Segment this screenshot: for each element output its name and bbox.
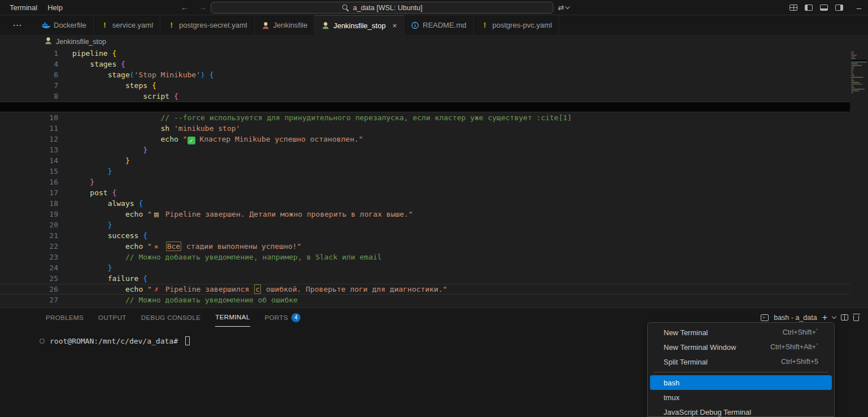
code-seg: {	[174, 92, 178, 100]
menu-item-split-terminal[interactable]: Split TerminalCtrl+Shift+5	[650, 354, 832, 369]
line-number: 1	[0, 48, 58, 59]
panel-tab-ports[interactable]: PORTS4	[265, 308, 300, 327]
panel-tab-output[interactable]: OUTPUT	[98, 308, 127, 327]
code-line-15[interactable]: 15 }	[0, 166, 850, 177]
menu-item-tmux[interactable]: tmux	[650, 390, 832, 405]
code-line-23[interactable]: 23 // Можно добавить уведомление, наприм…	[0, 252, 850, 262]
menu-separator	[653, 372, 828, 372]
code-seg	[72, 167, 108, 175]
terminal-profiles-dropdown-icon[interactable]	[832, 314, 836, 319]
new-terminal-button[interactable]	[822, 313, 827, 323]
code-seg	[72, 199, 108, 208]
command-decoration-icon[interactable]	[40, 339, 45, 344]
code-line-20[interactable]: 20 }	[0, 220, 850, 230]
tab-postgres-pvc-yaml[interactable]: !postgres-pvc.yaml	[474, 15, 559, 35]
minimap-line	[851, 87, 854, 88]
minimap-line	[851, 78, 853, 80]
split-terminal-icon[interactable]	[841, 314, 848, 321]
code-line-21[interactable]: 21 success {	[0, 230, 850, 241]
code-seg: {	[121, 60, 125, 68]
back-icon[interactable]: ←	[181, 3, 189, 12]
breadcrumb[interactable]: Jenkinsfile_stop	[0, 35, 868, 48]
code-line-18[interactable]: 18 always {	[0, 198, 850, 209]
panel-tab-terminal[interactable]: TERMINAL	[215, 308, 250, 327]
code-line-1[interactable]: 1pipeline {	[0, 48, 850, 59]
toggle-panel-icon[interactable]	[820, 5, 828, 11]
code-line-24[interactable]: 24 }	[0, 262, 850, 273]
tab-dockerfile[interactable]: Dockerfile	[35, 15, 94, 35]
line-number: 8	[0, 91, 58, 102]
code-text: }	[58, 262, 112, 273]
kill-terminal-icon[interactable]	[853, 315, 859, 321]
minimap-line	[851, 63, 858, 64]
close-icon[interactable]: ×	[392, 21, 397, 30]
code-line-26[interactable]: 26 echo " Pipeline завершился с ошибкой.…	[0, 284, 850, 295]
line-number: 18	[0, 198, 58, 209]
code-seg: {	[112, 188, 116, 197]
code-line-11[interactable]: 11 sh 'minikube stop'	[0, 123, 850, 134]
minimap-line	[851, 92, 853, 93]
code-seg: // Можно добавить уведомление, например,…	[125, 253, 382, 261]
line-number: 22	[0, 241, 58, 252]
code-seg: с	[254, 284, 261, 294]
code-seg: echo	[125, 210, 143, 218]
menu-item-javascript-debug-terminal[interactable]: JavaScript Debug Terminal	[650, 405, 832, 417]
code-line-4[interactable]: 4 stages {	[0, 59, 850, 69]
menu-item-new-terminal[interactable]: New TerminalCtrl+Shift+`	[650, 325, 832, 340]
tab-postgres-secret-yaml[interactable]: !postgres-secret.yaml	[160, 15, 255, 35]
terminal-session-label[interactable]: bash - a_data	[774, 314, 817, 322]
code-line-8[interactable]: 8 script {	[0, 91, 850, 102]
forward-icon[interactable]: →	[199, 3, 207, 12]
code-line-16[interactable]: 16 }	[0, 177, 850, 187]
code-seg: steps	[125, 81, 147, 90]
menu-terminal[interactable]: Terminal	[5, 3, 42, 12]
search-icon	[342, 4, 349, 11]
code-seg: }	[108, 167, 112, 175]
tab-service-yaml[interactable]: !service.yaml	[94, 15, 160, 35]
breadcrumb-label: Jenkinsfile_stop	[56, 38, 106, 46]
emo-check-icon	[187, 137, 195, 144]
minimap-line	[851, 90, 860, 91]
code-line-14[interactable]: 14 }	[0, 155, 850, 166]
command-center-search[interactable]: a_data [WSL: Ubuntu]	[211, 2, 553, 14]
tab-jenkinsfile[interactable]: Jenkinsfile	[255, 15, 315, 35]
window-minimize-button[interactable]	[857, 3, 861, 12]
code-line-27[interactable]: 27 // Можно добавить уведомление об ошиб…	[0, 295, 850, 305]
code-line-22[interactable]: 22 echo " Все стадии выполнены успешно!"	[0, 241, 850, 252]
toggle-sidebar-right-icon[interactable]	[835, 5, 843, 11]
code-seg: Pipeline завершен. Детали можно проверит…	[161, 210, 413, 218]
code-line-12[interactable]: 12 echo " Кластер Minikube успешно остан…	[0, 134, 850, 144]
code-line-25[interactable]: 25 failure {	[0, 273, 850, 284]
tab-readme-md[interactable]: README.md	[404, 15, 474, 35]
code-line-10[interactable]: 10 // --force используется для принудите…	[0, 112, 850, 123]
code-editor[interactable]: 1pipeline {4 stages {6 stage('Stop Minik…	[0, 48, 850, 308]
panel-tab-label: TERMINAL	[215, 314, 250, 321]
terminal-prompt[interactable]: root@ROMAN:/mnt/c/dev/a_data#	[50, 337, 178, 345]
menu-item-new-terminal-window[interactable]: New Terminal WindowCtrl+Shift+Alt+`	[650, 340, 832, 354]
code-line-19[interactable]: 19 echo " Pipeline завершен. Детали можн…	[0, 209, 850, 220]
title-action-icon[interactable]	[558, 3, 569, 12]
code-line-6[interactable]: 6 stage('Stop Minikube') {	[0, 69, 850, 80]
code-text: stage('Stop Minikube') {	[58, 69, 213, 80]
menu-help[interactable]: Help	[42, 3, 68, 12]
code-text: script {	[58, 91, 178, 102]
overflow-menu-icon[interactable]	[0, 15, 35, 35]
tab-jenkinsfile-stop[interactable]: Jenkinsfile_stop×	[315, 15, 404, 35]
minimap[interactable]	[850, 48, 868, 308]
code-line-17[interactable]: 17 post {	[0, 187, 850, 198]
panel-tab-problems[interactable]: PROBLEMS	[46, 308, 84, 327]
line-number: 21	[0, 230, 58, 241]
tab-label: README.md	[423, 21, 466, 29]
panel-tab-debug-console[interactable]: DEBUG CONSOLE	[141, 308, 201, 327]
toggle-sidebar-left-icon[interactable]	[805, 5, 813, 11]
menu-item-bash[interactable]: bash	[650, 375, 832, 390]
code-text: pipeline {	[58, 48, 116, 59]
code-line-13[interactable]: 13 }	[0, 144, 850, 155]
code-seg: sh	[161, 124, 170, 133]
code-seg	[116, 60, 121, 68]
minimap-line	[851, 70, 853, 71]
code-line-7[interactable]: 7 steps {	[0, 80, 850, 91]
customize-layout-icon[interactable]	[790, 5, 797, 11]
minimap-line	[851, 53, 854, 54]
panel-tab-label: DEBUG CONSOLE	[141, 314, 201, 321]
